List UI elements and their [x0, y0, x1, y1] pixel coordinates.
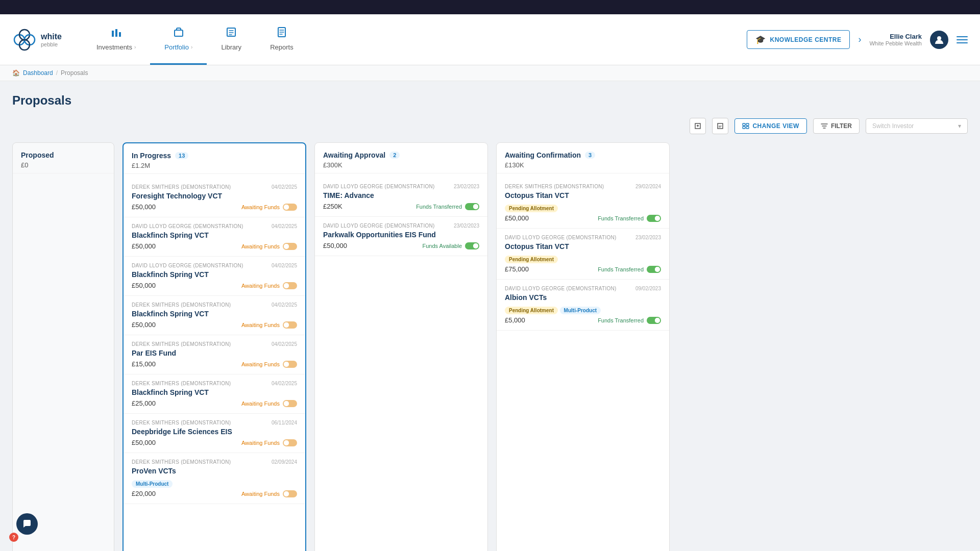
- card-amount: £250K: [323, 203, 342, 210]
- card-status: Awaiting Funds: [241, 400, 297, 407]
- logo-text: white pebble: [41, 32, 62, 47]
- nav-item-reports[interactable]: Reports: [256, 14, 308, 65]
- column-awaiting-approval-title: Awaiting Approval 2: [323, 151, 479, 159]
- card-date: 09/02/2023: [635, 286, 661, 291]
- column-in-progress: In Progress 13 £1.2M DEREK SMITHERS (DEM…: [122, 142, 306, 551]
- breadcrumb-dashboard[interactable]: Dashboard: [23, 69, 53, 77]
- card-amount: £50,000: [132, 439, 156, 446]
- proposal-card[interactable]: DEREK SMITHERS (DEMONSTRATION) 06/11/202…: [124, 414, 305, 453]
- proposal-card[interactable]: DEREK SMITHERS (DEMONSTRATION) 04/02/202…: [124, 296, 305, 335]
- nav-item-library[interactable]: Library: [207, 14, 256, 65]
- card-date: 04/02/2025: [272, 341, 297, 347]
- card-amount: £15,000: [132, 360, 156, 368]
- awaiting-approval-count: 2: [389, 152, 400, 159]
- card-fund: Blackfinch Spring VCT: [132, 270, 297, 279]
- card-date: 23/02/2023: [454, 184, 479, 189]
- card-status: Funds Transferred: [598, 215, 661, 222]
- card-investor: DAVID LLOYD GEORGE (DEMONSTRATION): [132, 223, 243, 229]
- card-fund: Deepbridge Life Sciences EIS: [132, 428, 297, 436]
- breadcrumb: 🏠 Dashboard / Proposals: [0, 65, 980, 81]
- proposal-card[interactable]: DAVID LLOYD GEORGE (DEMONSTRATION) 04/02…: [124, 217, 305, 257]
- card-investor: DAVID LLOYD GEORGE (DEMONSTRATION): [323, 223, 435, 229]
- card-amount: £20,000: [132, 490, 156, 497]
- filter-button[interactable]: FILTER: [813, 118, 860, 134]
- tag-multi: Multi-Product: [560, 307, 601, 314]
- card-amount: £25,000: [132, 399, 156, 407]
- card-investor: DEREK SMITHERS (DEMONSTRATION): [132, 459, 231, 465]
- card-date: 04/02/2025: [272, 223, 297, 229]
- reports-icon: [276, 27, 287, 40]
- card-fund: Blackfinch Spring VCT: [132, 231, 297, 239]
- card-investor: DAVID LLOYD GEORGE (DEMONSTRATION): [505, 235, 617, 240]
- card-status: Funds Available: [423, 242, 479, 249]
- card-amount: £50,000: [505, 214, 529, 222]
- card-date: 04/02/2025: [272, 381, 297, 386]
- card-amount: £50,000: [132, 282, 156, 289]
- tag-pending: Pending Allotment: [505, 307, 558, 314]
- chevron-down-icon: ▾: [958, 122, 961, 130]
- page-title: Proposals: [12, 93, 968, 108]
- card-investor: DEREK SMITHERS (DEMONSTRATION): [132, 302, 231, 308]
- card-status: Funds Transferred: [598, 266, 661, 273]
- card-investor: DEREK SMITHERS (DEMONSTRATION): [132, 381, 231, 386]
- card-date: 04/02/2025: [272, 263, 297, 268]
- proposal-card[interactable]: DAVID LLOYD GEORGE (DEMONSTRATION) 23/02…: [497, 229, 669, 280]
- export-icon-1[interactable]: [690, 118, 706, 134]
- card-investor: DEREK SMITHERS (DEMONSTRATION): [132, 341, 231, 347]
- change-view-button[interactable]: CHANGE VIEW: [734, 118, 807, 134]
- tag-pending: Pending Allotment: [505, 205, 558, 212]
- investor-select[interactable]: Switch Investor ▾: [866, 118, 968, 134]
- logo[interactable]: white pebble: [12, 28, 62, 52]
- card-investor: DAVID LLOYD GEORGE (DEMONSTRATION): [505, 286, 617, 291]
- nav-label-reports: Reports: [270, 43, 293, 51]
- column-awaiting-confirmation-body: DEREK SMITHERS (DEMONSTRATION) 29/02/202…: [497, 173, 669, 551]
- proposal-card[interactable]: DAVID LLOYD GEORGE (DEMONSTRATION) 23/02…: [315, 217, 487, 256]
- proposal-card[interactable]: DEREK SMITHERS (DEMONSTRATION) 02/09/202…: [124, 453, 305, 504]
- kanban-board: Proposed £0 In Progress 13 £1.2M DEREK S…: [12, 142, 968, 551]
- card-amount: £5,000: [505, 316, 525, 324]
- card-date: 29/02/2024: [635, 184, 661, 189]
- nav-label-library: Library: [221, 43, 241, 51]
- proposal-card[interactable]: DAVID LLOYD GEORGE (DEMONSTRATION) 04/02…: [124, 257, 305, 296]
- menu-button[interactable]: [957, 36, 968, 43]
- card-fund: Foresight Technology VCT: [132, 192, 297, 200]
- proposal-card[interactable]: DEREK SMITHERS (DEMONSTRATION) 04/02/202…: [124, 178, 305, 217]
- card-status: Awaiting Funds: [241, 321, 297, 329]
- card-fund: Albion VCTs: [505, 293, 661, 302]
- filter-label: FILTER: [831, 122, 852, 130]
- card-status: Awaiting Funds: [241, 204, 297, 211]
- card-fund: Octopus Titan VCT: [505, 191, 661, 199]
- header: white pebble Investments › Portfolio ›: [0, 14, 980, 65]
- nav-label-portfolio: Portfolio: [164, 43, 189, 51]
- card-fund: Parkwalk Opportunities EIS Fund: [323, 231, 479, 239]
- home-icon: 🏠: [12, 69, 20, 77]
- svg-rect-6: [119, 32, 121, 37]
- column-awaiting-approval: Awaiting Approval 2 £300K DAVID LLOYD GE…: [314, 142, 488, 551]
- proposal-card[interactable]: DEREK SMITHERS (DEMONSTRATION) 29/02/202…: [497, 178, 669, 229]
- portfolio-icon: [173, 27, 184, 40]
- card-fund: Par EIS Fund: [132, 349, 297, 357]
- card-status: Awaiting Funds: [241, 282, 297, 289]
- proposal-card[interactable]: DAVID LLOYD GEORGE (DEMONSTRATION) 09/02…: [497, 280, 669, 331]
- column-in-progress-amount: £1.2M: [132, 162, 297, 169]
- export-icon-2[interactable]: [712, 118, 728, 134]
- user-info: Ellie Clark White Pebble Wealth: [869, 33, 922, 46]
- card-amount: £50,000: [323, 242, 347, 249]
- column-proposed: Proposed £0: [12, 142, 114, 551]
- svg-rect-12: [746, 123, 749, 126]
- card-status: Funds Transferred: [416, 203, 479, 210]
- column-in-progress-header: In Progress 13 £1.2M: [124, 143, 305, 174]
- user-section-arrow: ›: [858, 34, 861, 45]
- column-proposed-header: Proposed £0: [13, 143, 114, 173]
- column-proposed-body: [13, 173, 114, 551]
- card-investor: DEREK SMITHERS (DEMONSTRATION): [132, 420, 231, 425]
- card-fund: ProVen VCTs: [132, 467, 297, 475]
- nav-item-investments[interactable]: Investments ›: [82, 14, 150, 65]
- proposal-card[interactable]: DAVID LLOYD GEORGE (DEMONSTRATION) 23/02…: [315, 178, 487, 217]
- card-date: 04/02/2025: [272, 184, 297, 190]
- nav-item-portfolio[interactable]: Portfolio ›: [150, 14, 207, 65]
- proposal-card[interactable]: DEREK SMITHERS (DEMONSTRATION) 04/02/202…: [124, 374, 305, 414]
- card-amount: £50,000: [132, 242, 156, 250]
- proposal-card[interactable]: DEREK SMITHERS (DEMONSTRATION) 04/02/202…: [124, 335, 305, 374]
- knowledge-centre-button[interactable]: 🎓 KNOWLEDGE CENTRE: [747, 30, 850, 49]
